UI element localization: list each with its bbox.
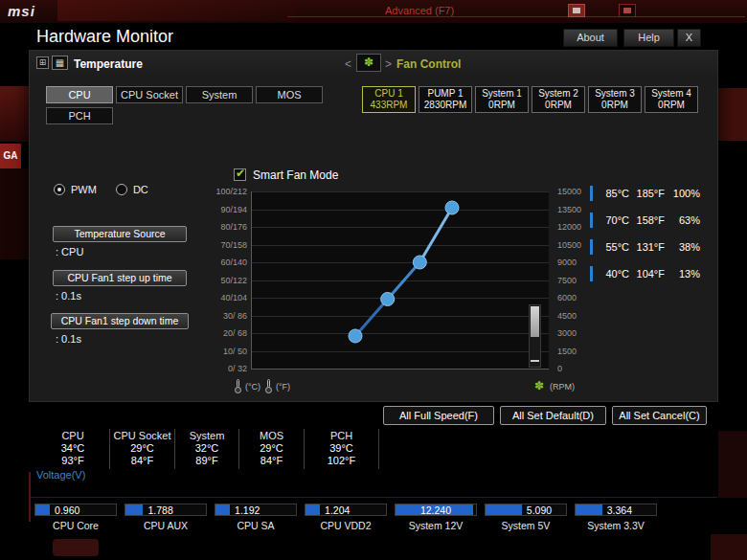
msi-logo: msi — [8, 3, 35, 19]
fan-button-pump-1[interactable]: PUMP 12830RPM — [419, 86, 472, 113]
fan-point-row: 70°C158°F63% — [590, 211, 703, 230]
voltage-bar-track: 1.788 — [124, 504, 207, 516]
voltage-value: 1.204 — [325, 504, 350, 516]
step-up-time-button[interactable]: CPU Fan1 step up time — [53, 270, 187, 286]
sensor-fahrenheit: 84°F — [239, 455, 304, 467]
fan-curve-point-2[interactable] — [413, 256, 426, 269]
chart-left-tick: 70/158 — [220, 240, 247, 250]
background-artifact — [57, 0, 297, 21]
voltage-item-cpu-vdd2: 1.204CPU VDD2 — [305, 504, 387, 531]
fan-mode-radio-group: PWM DC — [54, 182, 216, 197]
temperature-tab-pch[interactable]: PCH — [46, 107, 113, 124]
fan-button-system-2[interactable]: System 20RPM — [532, 86, 585, 113]
chart-left-tick: 10/ 50 — [223, 347, 247, 356]
voltage-section-label: Voltage(V) — [36, 469, 85, 481]
fan-name: PUMP 1 — [419, 88, 471, 100]
chart-right-tick: 6000 — [557, 293, 577, 302]
temperature-reading-mos: MOS29°C84°F — [239, 429, 305, 469]
help-button[interactable]: Help — [623, 29, 674, 47]
sensor-name: System — [175, 430, 238, 442]
voltage-item-cpu-sa: 1.192CPU SA — [215, 504, 297, 531]
fan-button-system-1[interactable]: System 10RPM — [475, 86, 529, 113]
voltage-item-system-3-3v: 3.364System 3.3V — [575, 504, 657, 531]
dc-radio[interactable] — [116, 184, 127, 195]
fan-button-system-3[interactable]: System 30RPM — [588, 86, 642, 113]
slider-handle[interactable] — [531, 306, 539, 337]
voltage-bar-track: 3.364 — [575, 504, 657, 516]
chart-left-tick: 100/212 — [215, 187, 247, 196]
voltage-value: 12.240 — [420, 504, 451, 516]
temperature-source-button[interactable]: Temperature Source — [53, 226, 187, 242]
chart-left-tick: 30/ 86 — [223, 311, 247, 321]
fan-name: CPU 1 — [363, 88, 415, 100]
step-up-time-value: : 0.1s — [56, 290, 81, 302]
temperature-tab-cpu[interactable]: CPU — [46, 86, 113, 103]
pwm-radio[interactable] — [54, 184, 65, 195]
voltage-item-system-5v: 5.090System 5V — [485, 504, 567, 531]
fan-point-row: 55°C131°F38% — [590, 237, 703, 257]
fan-rpm: 2830RPM — [419, 100, 471, 111]
chart-left-tick: 0/ 32 — [228, 364, 247, 373]
fan-point-fahrenheit: 185°F — [629, 188, 665, 199]
fan-curve-point-1[interactable] — [381, 292, 395, 305]
fan-point-row: 85°C185°F100% — [590, 184, 703, 203]
chart-right-tick: 0 — [557, 364, 562, 373]
sensor-fahrenheit: 84°F — [110, 455, 174, 467]
chart-right-tick: 9000 — [557, 258, 577, 267]
fan-glyph: ✽ — [364, 56, 374, 69]
check-icon: ✔ — [236, 167, 245, 180]
close-button[interactable]: X — [677, 29, 701, 47]
thermometer-icon — [235, 379, 241, 393]
fan-button-cpu-1[interactable]: CPU 1433RPM — [362, 86, 416, 113]
fan-icon: ✽ — [534, 379, 544, 392]
sensor-fahrenheit: 102°F — [305, 455, 378, 467]
all-set-default-button[interactable]: All Set Default(D) — [500, 406, 606, 425]
fan-point-row: 40°C104°F13% — [590, 264, 703, 283]
fan-curve-point-0[interactable] — [349, 329, 362, 343]
chart-right-tick: 7500 — [557, 276, 577, 285]
temperature-tab-system[interactable]: System — [186, 86, 253, 103]
window-glyph: ⊞ — [39, 57, 47, 67]
all-set-cancel-button[interactable]: All Set Cancel(C) — [612, 406, 707, 425]
sensor-celsius: 29°C — [239, 442, 304, 455]
fan-point-percent: 63% — [665, 214, 700, 226]
voltage-name: System 3.3V — [575, 520, 657, 531]
smart-fan-checkbox[interactable]: ✔ — [234, 168, 246, 181]
voltage-item-cpu-aux: 1.788CPU AUX — [124, 504, 207, 531]
temperature-section-title: Temperature — [74, 57, 143, 71]
step-down-time-button[interactable]: CPU Fan1 step down time — [51, 313, 189, 329]
fan-name: System 4 — [645, 88, 697, 100]
temperature-tab-cpu-socket[interactable]: CPU Socket — [116, 86, 183, 103]
fan-curve-point-3[interactable] — [445, 201, 459, 214]
temperature-tab-mos[interactable]: MOS — [256, 86, 323, 103]
fan-point-percent: 38% — [665, 241, 700, 253]
chart-left-tick: 40/104 — [220, 293, 247, 302]
voltage-name: CPU VDD2 — [305, 520, 387, 531]
language-icon[interactable] — [619, 4, 636, 17]
fan-name: System 1 — [476, 88, 528, 100]
fan-speed-slider[interactable] — [529, 304, 541, 368]
fahrenheit-unit-label: (°F) — [276, 382, 290, 392]
voltage-name: CPU SA — [215, 520, 297, 531]
prev-section-arrow[interactable]: < — [345, 57, 351, 71]
sensor-celsius: 29°C — [110, 442, 174, 455]
point-bar-icon — [590, 213, 593, 228]
step-down-time-value: : 0.1s — [56, 333, 81, 345]
background-artifact — [0, 168, 29, 259]
point-bar-icon — [590, 239, 593, 255]
voltage-bar-track: 1.204 — [305, 504, 387, 516]
celsius-unit-label: (°C) — [245, 382, 260, 392]
chart-left-tick: 20/ 68 — [223, 328, 247, 338]
temperature-reading-system: System32°C89°F — [175, 429, 239, 469]
fan-button-system-4[interactable]: System 40RPM — [645, 86, 698, 113]
chart-right-tick: 13500 — [557, 205, 581, 214]
temperature-reading-cpu: CPU34°C93°F — [36, 429, 110, 469]
screenshot-icon[interactable] — [568, 4, 585, 17]
all-full-speed-button[interactable]: All Full Speed(F) — [383, 406, 494, 425]
sensor-name: CPU — [36, 430, 109, 442]
chart-left-tick: 90/194 — [220, 205, 247, 214]
about-button[interactable]: About — [563, 29, 618, 47]
next-section-arrow[interactable]: > — [385, 57, 392, 71]
background-artifact — [0, 86, 29, 142]
voltage-bar-fill — [125, 504, 143, 515]
